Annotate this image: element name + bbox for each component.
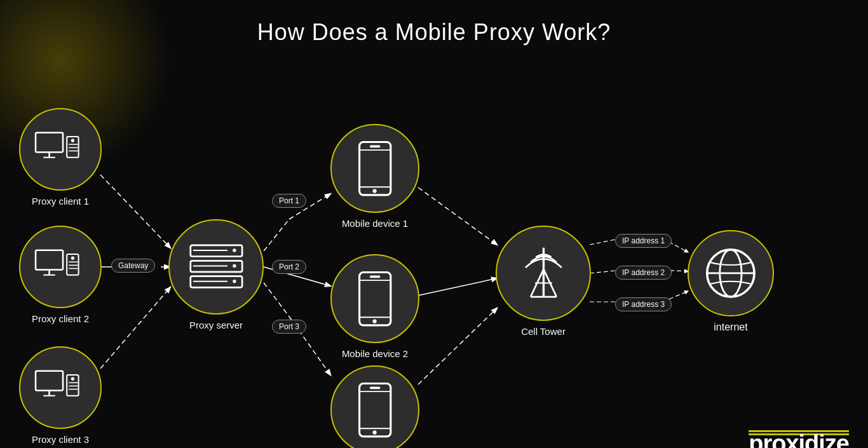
svg-rect-34: [36, 371, 63, 391]
page-title: How Does a Mobile Proxy Work?: [0, 0, 868, 46]
svg-rect-60: [370, 275, 380, 278]
svg-line-0: [100, 175, 170, 248]
proxy-client-3-label: Proxy client 3: [19, 434, 102, 445]
gateway-pill: Gateway: [111, 259, 155, 273]
internet-circle: [688, 230, 774, 316]
brand-logo: proxidize: [749, 429, 849, 435]
svg-point-49: [233, 280, 236, 283]
mobile-device-2-label: Mobile device 2: [330, 348, 419, 359]
svg-rect-55: [370, 145, 380, 147]
svg-rect-65: [370, 386, 380, 389]
port2-pill: Port 2: [272, 260, 306, 274]
proxy-client-1-circle: [19, 108, 102, 191]
internet-label: internet: [688, 322, 774, 333]
mobile-device-2-circle: [330, 254, 419, 343]
mobile-device-1-circle: [330, 124, 419, 213]
svg-point-54: [372, 189, 376, 193]
cell-tower-label: Cell Tower: [496, 326, 591, 337]
svg-line-10: [418, 278, 497, 295]
proxy-client-2-circle: [19, 226, 102, 308]
proxy-client-3-circle: [19, 346, 102, 429]
svg-rect-26: [36, 250, 63, 270]
svg-point-64: [372, 430, 376, 434]
mobile-device-1-label: Mobile device 1: [330, 218, 419, 229]
svg-line-4: [264, 219, 289, 251]
proxy-client-1-label: Proxy client 1: [19, 196, 102, 207]
cell-tower-circle: [496, 226, 591, 321]
svg-point-43: [233, 248, 236, 252]
svg-point-22: [71, 139, 74, 142]
ip3-pill: IP address 3: [615, 297, 672, 311]
mobile-device-3-circle: [330, 365, 419, 448]
proxy-server-label: Proxy server: [168, 320, 264, 330]
svg-point-38: [71, 377, 74, 381]
port3-pill: Port 3: [272, 320, 306, 334]
ip1-pill: IP address 1: [615, 234, 672, 248]
proxy-server-circle: [168, 219, 264, 315]
svg-point-59: [372, 319, 376, 323]
port1-pill: Port 1: [272, 194, 306, 208]
diagram: Proxy client 1 Proxy client 2 Proxy clie…: [0, 57, 868, 448]
svg-line-9: [418, 187, 497, 245]
ip2-pill: IP address 2: [615, 266, 672, 280]
svg-line-3: [100, 287, 170, 369]
svg-line-7: [264, 283, 289, 316]
svg-point-30: [71, 257, 74, 260]
svg-point-46: [233, 264, 236, 267]
proxy-client-2-label: Proxy client 2: [19, 313, 102, 324]
svg-line-11: [418, 308, 497, 384]
svg-rect-18: [36, 133, 63, 153]
